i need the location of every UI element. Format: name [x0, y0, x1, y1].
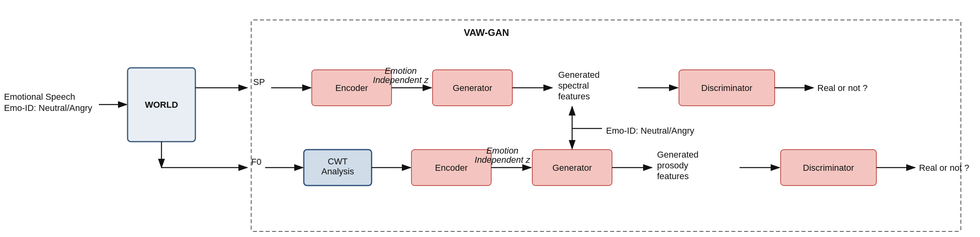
- discriminator-bottom-label: Discriminator: [803, 163, 854, 173]
- sp-label: SP: [253, 77, 265, 87]
- vaw-gan-title: VAW-GAN: [464, 27, 509, 38]
- emotion-z-bottom-line1: Emotion: [486, 146, 519, 156]
- input-label-line2: Emo-ID: Neutral/Angry: [4, 103, 92, 113]
- f0-label: F0: [251, 157, 262, 167]
- generator-top-label: Generator: [453, 83, 492, 93]
- cwt-label-line1: CWT: [328, 156, 348, 166]
- encoder-top-label: Encoder: [335, 83, 368, 93]
- world-label: WORLD: [145, 100, 178, 110]
- discriminator-top-label: Discriminator: [701, 83, 752, 93]
- generated-prosody-line1: Generated: [657, 150, 699, 160]
- generated-spectral-line3: features: [558, 91, 590, 101]
- cwt-label-line2: Analysis: [321, 166, 354, 176]
- real-or-not-top: Real or not ?: [817, 83, 868, 93]
- diagram-container: VAW-GAN Emotional Speech Emo-ID: Neutral…: [0, 0, 980, 237]
- emotion-z-top-line2: Independent z: [373, 75, 429, 85]
- generated-spectral-line2: spectral: [558, 81, 589, 91]
- emotion-z-top-line1: Emotion: [385, 66, 417, 76]
- generated-prosody-line2: prosody: [657, 160, 688, 170]
- encoder-bottom-label: Encoder: [435, 163, 468, 173]
- generated-spectral-line1: Generated: [558, 70, 600, 80]
- generated-prosody-line3: features: [657, 171, 689, 181]
- generator-bottom-label: Generator: [552, 163, 592, 173]
- emo-id-label: Emo-ID: Neutral/Angry: [606, 126, 694, 136]
- emotion-z-bottom-line2: Independent z: [474, 155, 530, 165]
- real-or-not-bottom: Real or not ?: [919, 163, 969, 173]
- input-label-line1: Emotional Speech: [4, 92, 75, 102]
